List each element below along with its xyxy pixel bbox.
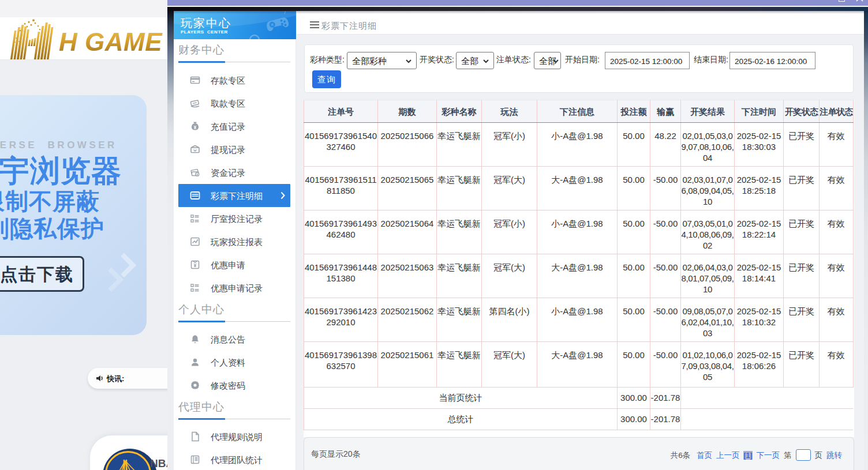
svg-text:H GAME: H GAME: [59, 28, 163, 56]
